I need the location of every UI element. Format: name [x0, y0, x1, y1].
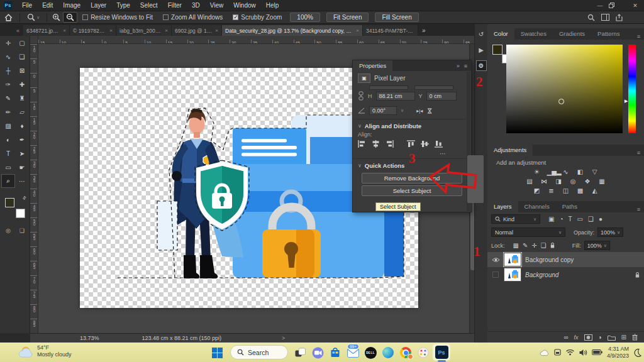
vibrance-icon[interactable]: ▽ — [591, 168, 599, 175]
shape-filter-icon[interactable]: ▭ — [577, 216, 583, 222]
lock-pixels-icon[interactable]: ✎ — [523, 242, 528, 249]
scrubby-zoom-checkbox[interactable]: Scrubby Zoom — [233, 14, 282, 21]
tab-paths[interactable]: Paths — [556, 201, 584, 212]
hue-slider-pointer[interactable]: ▶ — [625, 99, 628, 104]
align-center-horizontal-icon[interactable] — [372, 140, 380, 148]
menu-item[interactable]: Help — [261, 2, 284, 9]
align-distribute-section[interactable]: ∨Align and Distribute — [353, 121, 471, 131]
invert-icon[interactable]: ◩ — [533, 187, 541, 194]
taskbar-clock[interactable]: 4:31 AM 4/9/2023 — [607, 346, 629, 359]
delete-layer-trash-icon[interactable] — [632, 334, 638, 341]
document-tab[interactable]: 6348721.jpg @ 4...× — [23, 25, 70, 36]
brush-tool[interactable]: ✎ — [1, 91, 15, 105]
pen-tool[interactable]: ✒ — [15, 133, 29, 146]
levels-icon[interactable]: ▁▅▂ — [547, 168, 556, 175]
dell-app-button[interactable]: DELL — [364, 346, 377, 359]
filter-toggle-icon[interactable]: ● — [599, 216, 602, 222]
blur-tool[interactable]: ♦ — [15, 119, 29, 133]
foreground-color-swatch[interactable] — [492, 45, 502, 55]
lasso-tool[interactable]: ∿ — [1, 50, 15, 63]
align-more-icon[interactable]: ⋯ — [440, 150, 446, 157]
layer-row-background-copy[interactable]: Background copy — [487, 252, 644, 267]
layer-thumbnail[interactable] — [504, 268, 521, 281]
lock-transparency-icon[interactable]: ▦ — [513, 242, 519, 249]
smart-filter-icon[interactable]: ❑ — [588, 216, 594, 222]
background-color-swatch[interactable] — [16, 209, 25, 218]
panel-menu-icon[interactable]: ≡ — [464, 63, 467, 69]
do-not-disturb-moon-icon[interactable] — [633, 348, 641, 357]
rotation-caret-icon[interactable]: ∨ — [401, 108, 404, 113]
threshold-icon[interactable]: ◫ — [562, 187, 570, 194]
swap-colors-icon[interactable]: ⇄ — [21, 195, 28, 201]
new-layer-icon[interactable]: ⊞ — [621, 334, 626, 341]
color-picker-cursor[interactable] — [558, 99, 564, 104]
close-tab-icon[interactable]: × — [63, 28, 66, 33]
align-top-icon[interactable] — [407, 140, 415, 148]
resize-windows-checkbox[interactable]: Resize Windows to Fit — [82, 14, 153, 21]
type-filter-icon[interactable]: T — [569, 216, 572, 222]
color-balance-icon[interactable]: ⋈ — [540, 178, 548, 185]
collapse-panel-icon[interactable]: » — [457, 63, 460, 69]
tab-layers[interactable]: Layers — [487, 201, 518, 212]
photoshop-taskbar-button[interactable]: Ps — [433, 344, 450, 361]
tab-adjustments[interactable]: Adjustments — [487, 145, 533, 156]
properties-panel-icon[interactable]: ⚙ — [476, 60, 487, 71]
start-button[interactable] — [210, 346, 224, 359]
selective-color-icon[interactable]: ◭ — [591, 187, 599, 194]
gradient-tool[interactable]: ▨ — [1, 119, 15, 133]
x-field-cropped[interactable] — [414, 85, 453, 90]
frame-tool[interactable]: ⊠ — [15, 63, 29, 77]
exposure-icon[interactable]: ◧ — [576, 168, 585, 175]
visibility-eye-icon[interactable] — [491, 256, 500, 263]
search-icon[interactable] — [587, 14, 595, 21]
lock-artboard-icon[interactable]: ❑ — [541, 242, 547, 249]
weather-widget[interactable]: 54°F Mostly cloudy — [18, 344, 72, 358]
actions-panel-icon[interactable]: ▶ — [476, 45, 487, 55]
zoom-100-button[interactable]: 100% — [290, 13, 320, 22]
lock-position-icon[interactable]: ✛ — [531, 242, 536, 249]
width-field-cropped[interactable] — [369, 85, 408, 90]
posterize-icon[interactable]: ≣ — [547, 187, 556, 194]
move-tool[interactable]: ✛ — [1, 36, 15, 50]
align-left-icon[interactable] — [358, 140, 366, 148]
teams-chat-button[interactable] — [311, 346, 325, 359]
wifi-icon[interactable] — [565, 349, 575, 356]
layer-thumbnail[interactable] — [504, 253, 521, 266]
close-tab-icon[interactable]: × — [165, 28, 168, 33]
zoom-in-icon[interactable] — [50, 13, 63, 22]
menu-item[interactable]: 3D — [187, 2, 205, 9]
fit-screen-button[interactable]: Fit Screen — [326, 13, 369, 22]
fill-value[interactable]: 100%∨ — [584, 241, 610, 250]
onedrive-cloud-icon[interactable] — [539, 349, 550, 356]
close-tab-icon[interactable]: × — [215, 28, 218, 33]
quick-mask-icon[interactable]: ◎ — [1, 224, 15, 237]
layer-row-background[interactable]: Background — [487, 267, 644, 282]
chrome-browser-button[interactable] — [399, 346, 413, 359]
fill-screen-button[interactable]: Fill Screen — [375, 13, 418, 22]
edit-toolbar[interactable]: ⋯ — [15, 174, 29, 188]
menu-item[interactable]: Image — [58, 2, 86, 9]
zoom-level-field[interactable]: 13.73% — [80, 335, 99, 341]
taskbar-search[interactable]: Search — [230, 345, 288, 359]
align-bottom-icon[interactable] — [435, 140, 443, 148]
close-tab-icon[interactable]: × — [356, 28, 359, 33]
task-view-button[interactable] — [293, 346, 307, 359]
dodge-tool[interactable]: ◐ — [1, 133, 15, 146]
microsoft-store-button[interactable] — [328, 346, 342, 359]
pixel-filter-icon[interactable]: ▣ — [548, 216, 554, 222]
ruler-origin[interactable] — [30, 36, 38, 44]
constrain-link-icon[interactable] — [358, 91, 364, 101]
lock-all-icon[interactable] — [550, 242, 555, 249]
brightness-contrast-icon[interactable]: ☀ — [533, 168, 541, 175]
zoom-tool-preset-icon[interactable]: ∨ — [23, 13, 44, 21]
tab-patterns[interactable]: Patterns — [591, 28, 626, 40]
volume-icon[interactable] — [579, 349, 587, 356]
panel-menu-icon[interactable]: ≡ — [637, 33, 644, 40]
zoom-tool[interactable]: ⌕ — [1, 174, 15, 188]
menu-item[interactable]: Filter — [163, 2, 187, 9]
minimize-button[interactable]: — — [591, 3, 609, 9]
flip-horizontal-icon[interactable]: ▸|◂ — [416, 108, 423, 114]
document-tab-active[interactable]: Data_security_28.jpg @ 13.7% (Background… — [222, 25, 363, 36]
crop-tool[interactable]: ┼ — [1, 63, 15, 77]
black-white-icon[interactable]: ◨ — [554, 178, 563, 185]
